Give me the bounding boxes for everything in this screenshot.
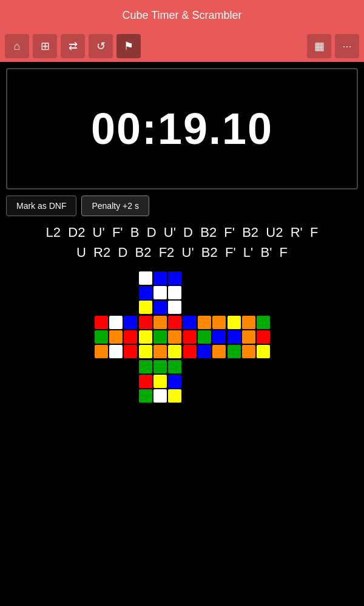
- face-left: [95, 316, 137, 358]
- grid-button[interactable]: ⊞: [33, 34, 57, 58]
- face-right: [183, 316, 226, 358]
- cube-net-layout: [95, 271, 270, 403]
- toolbar-left: ⌂ ⊞ ⇄ ↺ ⚑: [5, 34, 303, 58]
- mark-dnf-button[interactable]: Mark as DNF: [6, 196, 76, 216]
- bookmark-button[interactable]: ⚑: [116, 34, 141, 58]
- toolbar-right: ▦ ···: [307, 34, 359, 58]
- scramble-area: L2 D2 U' F' B D U' D B2 F' B2 U2 R' FU R…: [6, 222, 358, 262]
- action-buttons: Mark as DNF Penalty +2 s: [6, 196, 358, 216]
- face-top: [139, 271, 181, 314]
- home-button[interactable]: ⌂: [5, 34, 29, 58]
- stats-button[interactable]: ▦: [307, 34, 331, 58]
- face-bottom: [139, 360, 181, 403]
- scramble-text: L2 D2 U' F' B D U' D B2 F' B2 U2 R' FU R…: [46, 225, 318, 260]
- penalty-button[interactable]: Penalty +2 s: [81, 196, 149, 216]
- timer-area: 00:19.10: [6, 68, 358, 189]
- cube-net: [0, 271, 364, 403]
- timer-display: 00:19.10: [91, 104, 273, 154]
- more-button[interactable]: ···: [335, 34, 359, 58]
- face-front: [139, 316, 181, 358]
- toolbar: ⌂ ⊞ ⇄ ↺ ⚑ ▦ ···: [0, 30, 364, 62]
- face-back: [228, 316, 270, 358]
- header-title: Cube Timer & Scrambler: [122, 9, 241, 22]
- refresh-button[interactable]: ↺: [89, 34, 113, 58]
- shuffle-button[interactable]: ⇄: [61, 34, 85, 58]
- header: Cube Timer & Scrambler: [0, 0, 364, 30]
